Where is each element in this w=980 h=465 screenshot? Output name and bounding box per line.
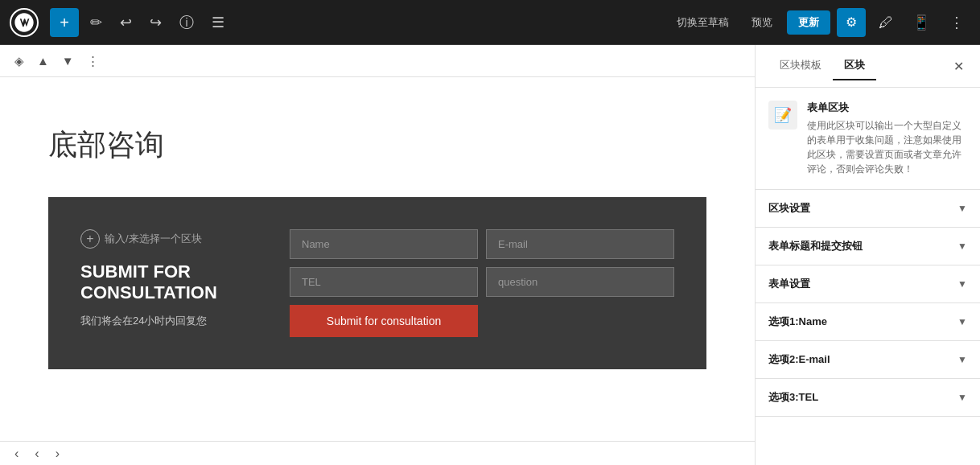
page-title-section: 底部咨询 bbox=[48, 109, 706, 189]
section-option1-chevron: ▼ bbox=[957, 316, 967, 327]
section-block-settings: 区块设置 ▼ bbox=[756, 190, 980, 228]
block-icon-btn[interactable]: ◈ bbox=[10, 51, 29, 72]
name-input[interactable] bbox=[290, 229, 478, 259]
block-icon: 📝 bbox=[768, 101, 797, 130]
tel-input[interactable] bbox=[290, 267, 478, 297]
section-option3-header[interactable]: 选项3:TEL ▼ bbox=[756, 379, 980, 416]
add-block-icon: + bbox=[80, 229, 100, 249]
section-option3: 选项3:TEL ▼ bbox=[756, 379, 980, 417]
switch-draft-button[interactable]: 切换至草稿 bbox=[669, 10, 737, 35]
undo-button[interactable]: ↩ bbox=[113, 10, 138, 35]
add-block-hint[interactable]: + 输入/来选择一个区块 bbox=[80, 229, 257, 249]
block-toolbar: ◈ ▲ ▼ ⋮ bbox=[0, 45, 755, 77]
block-options-btn[interactable]: ⋮ bbox=[82, 51, 104, 72]
redo-button[interactable]: ↪ bbox=[143, 10, 168, 35]
block-info-name: 表单区块 bbox=[807, 101, 967, 115]
question-input[interactable] bbox=[486, 267, 674, 297]
form-block-left: + 输入/来选择一个区块 SUBMIT FOR CONSULTATION 我们将… bbox=[80, 229, 257, 328]
title-line2: CONSULTATION bbox=[80, 282, 217, 302]
section-option2-chevron: ▼ bbox=[957, 354, 967, 365]
form-fields: Submit for consultation bbox=[290, 229, 674, 337]
section-option3-label: 选项3:TEL bbox=[768, 390, 818, 405]
section-form-settings: 表单设置 ▼ bbox=[756, 265, 980, 303]
section-form-title-label: 表单标题和提交按钮 bbox=[768, 239, 863, 253]
consultation-title: SUBMIT FOR CONSULTATION bbox=[80, 261, 257, 304]
editor-area: ◈ ▲ ▼ ⋮ 底部咨询 + 输入/来选择一个区块 SUBMIT FOR bbox=[0, 45, 755, 465]
section-form-settings-label: 表单设置 bbox=[768, 277, 810, 291]
section-option1-header[interactable]: 选项1:Name ▼ bbox=[756, 303, 980, 340]
move-up-btn[interactable]: ▲ bbox=[32, 51, 54, 71]
email-input[interactable] bbox=[486, 229, 674, 259]
title-line1: SUBMIT FOR bbox=[80, 261, 191, 282]
section-form-settings-chevron: ▼ bbox=[957, 278, 967, 290]
section-form-title: 表单标题和提交按钮 ▼ bbox=[756, 228, 980, 265]
more-options-button[interactable]: ⋮ bbox=[943, 10, 970, 35]
section-block-settings-header[interactable]: 区块设置 ▼ bbox=[756, 190, 980, 227]
editor-content: 底部咨询 + 输入/来选择一个区块 SUBMIT FOR CONSULTATIO… bbox=[0, 77, 755, 465]
section-block-settings-chevron: ▼ bbox=[957, 203, 967, 214]
main-layout: ◈ ▲ ▼ ⋮ 底部咨询 + 输入/来选择一个区块 SUBMIT FOR bbox=[0, 45, 980, 465]
tools-button[interactable]: 🖊 bbox=[872, 10, 900, 35]
edit-button[interactable]: ✏ bbox=[84, 10, 109, 35]
section-option2-header[interactable]: 选项2:E-mail ▼ bbox=[756, 341, 980, 378]
mobile-preview-button[interactable]: 📱 bbox=[906, 10, 937, 35]
tab-block[interactable]: 区块 bbox=[833, 51, 876, 80]
scroll-left-btn[interactable]: ‹ bbox=[30, 445, 43, 463]
tab-block-template[interactable]: 区块模板 bbox=[768, 51, 833, 80]
settings-button[interactable]: ⚙ bbox=[837, 8, 866, 37]
section-option2: 选项2:E-mail ▼ bbox=[756, 341, 980, 379]
section-block-settings-label: 区块设置 bbox=[768, 201, 810, 216]
section-form-title-header[interactable]: 表单标题和提交按钮 ▼ bbox=[756, 228, 980, 265]
section-form-settings-header[interactable]: 表单设置 ▼ bbox=[756, 265, 980, 302]
form-block: + 输入/来选择一个区块 SUBMIT FOR CONSULTATION 我们将… bbox=[48, 197, 706, 369]
consultation-subtitle: 我们将会在24小时内回复您 bbox=[80, 314, 257, 328]
add-block-button[interactable]: + bbox=[50, 8, 79, 37]
section-option1-label: 选项1:Name bbox=[768, 315, 827, 329]
collapse-btn[interactable]: ‹ bbox=[10, 445, 23, 463]
section-option1: 选项1:Name ▼ bbox=[756, 303, 980, 341]
section-option2-label: 选项2:E-mail bbox=[768, 352, 830, 367]
right-panel: 区块模板 区块 ✕ 📝 表单区块 使用此区块可以输出一个大型自定义的表单用于收集… bbox=[755, 45, 980, 465]
wp-logo[interactable] bbox=[10, 8, 39, 37]
bottom-bar: ‹ ‹ › bbox=[0, 441, 755, 465]
block-info: 📝 表单区块 使用此区块可以输出一个大型自定义的表单用于收集问题，注意如果使用此… bbox=[756, 88, 980, 190]
add-block-hint-text: 输入/来选择一个区块 bbox=[105, 232, 202, 246]
update-button[interactable]: 更新 bbox=[787, 10, 830, 35]
block-info-desc: 使用此区块可以输出一个大型自定义的表单用于收集问题，注意如果使用此区块，需要设置… bbox=[807, 118, 967, 176]
panel-header: 区块模板 区块 ✕ bbox=[756, 45, 980, 88]
section-form-title-chevron: ▼ bbox=[957, 241, 967, 252]
preview-button[interactable]: 预览 bbox=[743, 10, 780, 35]
section-option3-chevron: ▼ bbox=[957, 392, 967, 403]
list-view-button[interactable]: ☰ bbox=[205, 10, 231, 35]
panel-close-button[interactable]: ✕ bbox=[950, 56, 967, 77]
submit-button[interactable]: Submit for consultation bbox=[290, 305, 478, 337]
main-toolbar: + ✏ ↩ ↪ ⓘ ☰ 切换至草稿 预览 更新 ⚙ 🖊 📱 ⋮ bbox=[0, 0, 980, 45]
scroll-right-btn[interactable]: › bbox=[51, 445, 64, 463]
page-title: 底部咨询 bbox=[48, 126, 706, 165]
move-down-btn[interactable]: ▼ bbox=[57, 51, 79, 71]
info-button[interactable]: ⓘ bbox=[173, 10, 200, 35]
panel-tabs: 区块模板 区块 bbox=[768, 51, 876, 80]
block-info-text: 表单区块 使用此区块可以输出一个大型自定义的表单用于收集问题，注意如果使用此区块… bbox=[807, 101, 967, 176]
